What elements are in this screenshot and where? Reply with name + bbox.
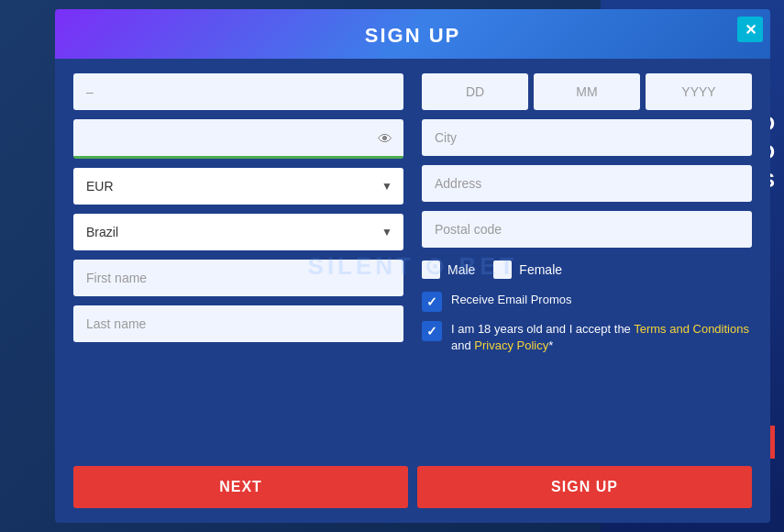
email-input[interactable] [73,73,403,110]
male-label: Male [447,262,475,277]
terms-row: I am 18 years old and I accept the Terms… [422,321,752,354]
lastname-wrapper [73,305,403,342]
terms-label: I am 18 years old and I accept the Terms… [451,321,752,354]
currency-select[interactable]: EUR USD GBP BTC [73,168,403,205]
firstname-wrapper [73,260,403,296]
email-promo-label: Receive Email Promos [451,292,572,308]
eye-icon[interactable]: 👁 [378,131,392,148]
male-checkbox[interactable] [422,260,440,279]
terms-link[interactable]: Terms and Conditions [634,322,749,336]
right-column: Male Female Receive Email Promos I am 18… [422,73,752,451]
left-column: 👁 EUR USD GBP BTC ▼ Brazil United States… [73,73,403,451]
email-promo-checkbox[interactable] [422,292,442,312]
bottom-row: NEXT SIGN UP [55,466,770,523]
bottom-left: NEXT [73,466,408,508]
date-row [422,73,752,110]
email-promo-row: Receive Email Promos [422,292,752,312]
female-label: Female [519,262,562,277]
modal-body: 👁 EUR USD GBP BTC ▼ Brazil United States… [55,59,770,466]
password-wrapper: 👁 [73,119,403,159]
month-input[interactable] [534,73,640,110]
lastname-input[interactable] [73,305,403,342]
password-input[interactable] [73,119,403,159]
postal-wrapper [422,211,752,248]
city-wrapper [422,119,752,156]
year-input[interactable] [646,73,752,110]
firstname-input[interactable] [73,260,403,296]
address-input[interactable] [422,165,752,202]
modal-header: SIGN UP ✕ [55,9,770,59]
signup-button[interactable]: SIGN UP [417,466,752,508]
city-input[interactable] [422,119,752,156]
country-select[interactable]: Brazil United States United Kingdom [73,214,403,250]
female-checkbox[interactable] [493,260,512,279]
modal-title: SIGN UP [365,24,460,47]
address-wrapper [422,165,752,202]
terms-checkbox[interactable] [422,321,442,341]
email-wrapper [73,73,403,110]
signup-modal: SIGN UP ✕ 👁 EUR USD GBP BTC ▼ [55,9,770,523]
close-button[interactable]: ✕ [737,17,763,42]
currency-wrapper: EUR USD GBP BTC ▼ [73,168,403,205]
gender-female-option[interactable]: Female [493,260,562,279]
next-button[interactable]: NEXT [73,466,408,508]
postal-input[interactable] [422,211,752,248]
gender-male-option[interactable]: Male [422,260,475,279]
day-input[interactable] [422,73,528,110]
gender-row: Male Female [422,257,752,283]
privacy-link[interactable]: Privacy Policy [474,338,548,352]
country-wrapper: Brazil United States United Kingdom ▼ [73,214,403,250]
bottom-right: SIGN UP [417,466,752,508]
